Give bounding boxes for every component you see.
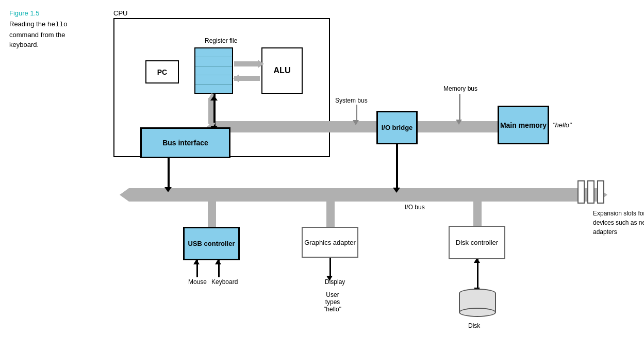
reg-alu-arrow-top-head <box>258 60 264 68</box>
mem-bus-pointer-head <box>456 120 462 125</box>
wire-disk-ctrl-disk <box>477 259 478 289</box>
arrow-to-graphics-bar <box>326 202 335 227</box>
arrow-io-bridge-down <box>393 188 400 193</box>
register-file-label: Register file <box>205 37 237 44</box>
slot-3 <box>597 180 604 204</box>
reg-alu-arrow-top <box>234 61 260 66</box>
sys-bus-pointer-head <box>353 120 359 125</box>
cpu-label: CPU <box>113 9 127 17</box>
mouse-label: Mouse <box>188 278 207 286</box>
io-bridge-box: I/O bridge <box>376 111 418 144</box>
register-file <box>194 47 233 94</box>
arrow-display-down <box>326 276 333 281</box>
arrow-bus-interface-io <box>164 187 172 192</box>
slot-1 <box>577 180 585 204</box>
arrow-to-usb-bar <box>208 202 216 227</box>
expansion-slots <box>577 180 604 204</box>
reg-row-3 <box>195 66 232 75</box>
diagram: CPU Register file PC ALU <box>98 5 634 345</box>
alu-box: ALU <box>261 47 303 94</box>
disk-controller-box: Disk controller <box>449 226 505 259</box>
pc-box: PC <box>145 60 179 83</box>
reg-row-1 <box>195 48 232 57</box>
reg-row-5 <box>195 85 232 93</box>
disk-label: Disk <box>468 322 480 329</box>
caption-text-after: command from the keyboard. <box>9 31 65 49</box>
hello-text: "hello" <box>553 121 572 129</box>
figure-title: Figure 1.5 <box>9 9 94 17</box>
cpu-box: Register file PC ALU Bus interface <box>113 18 330 157</box>
expansion-slots-label: Expansion slots for other devices such a… <box>593 209 644 237</box>
caption-code: hello <box>47 21 68 28</box>
reg-row-2 <box>195 57 232 66</box>
memory-bus-label: Memory bus <box>443 85 477 92</box>
disk-shape <box>459 289 496 317</box>
mem-bus-pointer-line <box>459 94 460 121</box>
io-bus-bar <box>129 188 598 202</box>
wire-graphics-display <box>329 258 331 277</box>
usb-controller-box: USB controller <box>183 227 240 260</box>
disk-bottom <box>459 308 496 317</box>
arrow-to-disk-bar <box>473 202 482 226</box>
slot-2 <box>587 180 595 204</box>
io-bus-label: I/O bus <box>405 204 425 211</box>
caption-text-before: Reading the <box>9 20 47 28</box>
wire-io-bridge-to-bus <box>396 144 398 190</box>
figure-description: Reading the hello command from the keybo… <box>9 19 94 50</box>
arrow-bus-reg-up <box>210 95 218 101</box>
reg-row-4 <box>195 75 232 84</box>
io-bus-arrow-left <box>120 188 129 202</box>
figure-caption: Figure 1.5 Reading the hello command fro… <box>9 9 94 50</box>
sys-bus-pointer-line <box>356 105 357 122</box>
graphics-adapter-box: Graphics adapter <box>302 227 358 258</box>
system-bus-bar <box>214 121 376 132</box>
user-types-label: Usertypes"hello" <box>312 291 353 313</box>
bus-interface-box: Bus interface <box>140 127 230 158</box>
keyboard-label: Keyboard <box>211 278 238 286</box>
system-bus-label: System bus <box>335 97 368 104</box>
reg-alu-arrow-bottom-head <box>233 74 239 82</box>
main-memory-box: Main memory <box>498 106 549 144</box>
